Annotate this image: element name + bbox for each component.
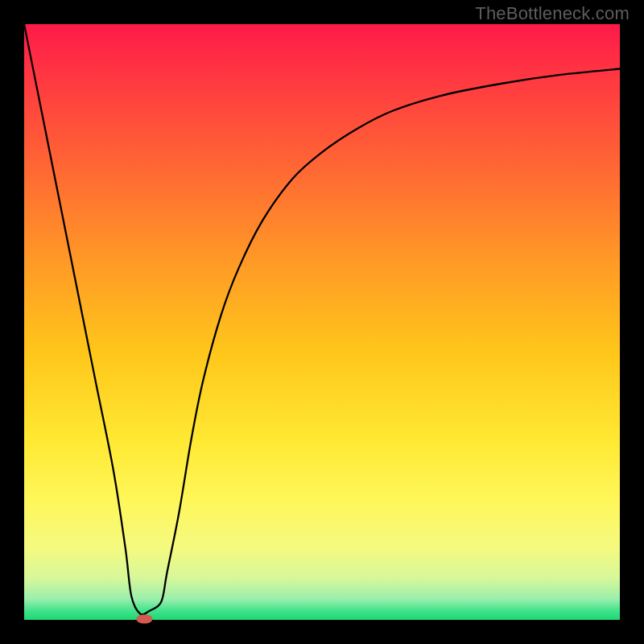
chart-frame: TheBottleneck.com	[0, 0, 644, 644]
plot-area	[24, 24, 620, 620]
bottleneck-curve	[24, 24, 620, 620]
optimal-point-marker	[137, 614, 152, 623]
watermark-text: TheBottleneck.com	[475, 3, 630, 24]
